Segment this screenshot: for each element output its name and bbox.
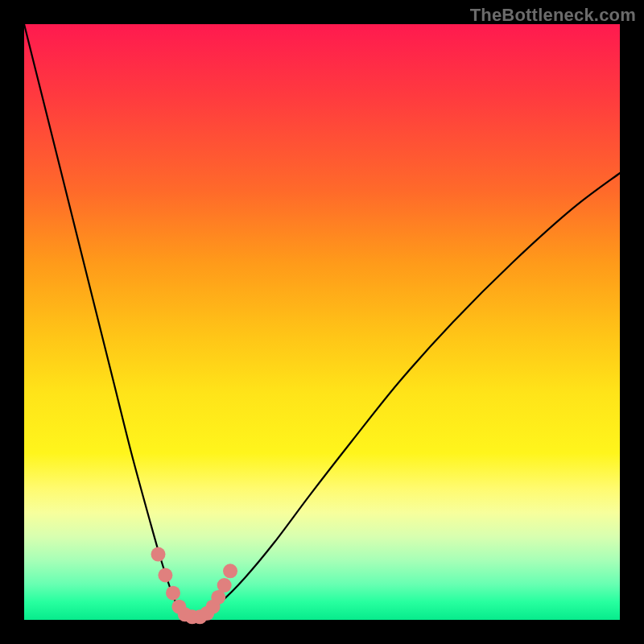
marker-group [151,547,238,625]
plot-area [24,24,620,620]
watermark-text: TheBottleneck.com [470,5,636,26]
curve-marker [158,568,172,583]
curve-marker [151,547,166,562]
curve-marker [166,586,180,601]
bottleneck-curve [24,24,620,620]
chart-stage: TheBottleneck.com [0,0,644,644]
curve-svg [24,24,620,620]
curve-marker [217,578,232,592]
curve-marker [223,564,237,578]
